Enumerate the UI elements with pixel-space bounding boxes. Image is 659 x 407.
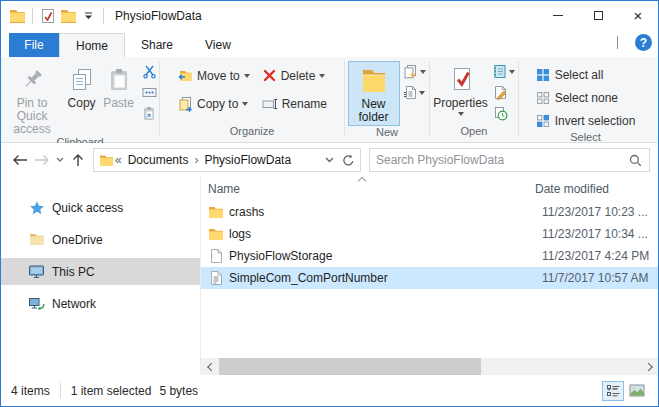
tab-home[interactable]: Home	[59, 33, 125, 57]
status-divider	[60, 383, 61, 398]
details-view-icon	[606, 384, 621, 397]
dropdown-caret-icon	[509, 70, 515, 74]
ribbon-tabs: File Home Share View ?	[1, 30, 658, 57]
up-button[interactable]	[67, 148, 89, 172]
copy-to-label: Copy to	[197, 97, 238, 111]
customize-qat-caret[interactable]	[78, 5, 98, 27]
ribbon-group-new: New folder New	[345, 57, 429, 142]
qat-separator	[32, 8, 33, 24]
scroll-right-arrow[interactable]	[641, 358, 658, 375]
file-name: crashs	[229, 205, 542, 219]
pin-icon	[18, 63, 46, 97]
address-dropdown-icon[interactable]	[325, 157, 334, 163]
titlebar: PhysioFlowData ×	[1, 1, 658, 30]
qat-separator	[103, 8, 104, 24]
group-label-new: New	[345, 126, 429, 142]
file-row[interactable]: PhysioFlowStorage11/23/2017 4:24 PM	[201, 245, 658, 267]
search-icon[interactable]	[622, 154, 649, 167]
select-none-label: Select none	[555, 91, 618, 105]
pin-to-quick-access-button[interactable]: Pin to Quick access	[1, 60, 63, 136]
file-date-modified: 11/23/2017 10:23 ...	[542, 205, 648, 219]
pin-label: Pin to Quick access	[4, 97, 60, 136]
delete-icon	[262, 68, 277, 83]
back-button[interactable]	[9, 148, 31, 172]
cut-button[interactable]	[139, 62, 159, 81]
tab-file[interactable]: File	[9, 33, 59, 57]
sidebar-item-quick-access[interactable]: Quick access	[1, 194, 200, 221]
dropdown-caret-icon	[420, 70, 426, 74]
scrollbar-thumb[interactable]	[219, 358, 481, 375]
close-button[interactable]: ×	[618, 1, 658, 30]
column-header-date-modified[interactable]: Date modified	[535, 182, 609, 196]
paste-shortcut-icon	[142, 106, 156, 121]
edit-icon	[493, 85, 508, 100]
select-all-button[interactable]: Select all	[536, 65, 636, 85]
new-folder-button[interactable]: New folder	[348, 61, 400, 126]
maximize-button[interactable]	[578, 1, 618, 30]
ribbon-group-open: Properties Open	[430, 57, 518, 142]
close-icon: ×	[634, 8, 643, 23]
navigation-pane: Quick accessOneDriveThis PCNetwork	[1, 177, 201, 375]
rename-button[interactable]: Rename	[259, 92, 330, 115]
dropdown-caret-icon	[319, 74, 325, 78]
move-to-button[interactable]: Move to	[174, 64, 253, 87]
chevron-left-icon	[207, 362, 215, 370]
delete-button[interactable]: Delete	[259, 64, 330, 87]
invert-selection-button[interactable]: Invert selection	[536, 111, 636, 131]
help-button[interactable]: ?	[635, 34, 652, 51]
properties-label: Properties	[433, 97, 488, 110]
tab-share[interactable]: Share	[125, 33, 189, 57]
tab-view[interactable]: View	[189, 33, 247, 57]
crumb-overflow[interactable]: «	[114, 153, 123, 167]
details-view-button[interactable]	[602, 381, 624, 401]
select-none-button[interactable]: Select none	[536, 88, 636, 108]
copy-to-button[interactable]: Copy to	[174, 92, 253, 115]
edit-button[interactable]	[491, 83, 511, 102]
scroll-left-arrow[interactable]	[201, 358, 218, 375]
forward-arrow-icon	[34, 154, 50, 166]
breadcrumb-physioflowdata[interactable]: PhysioFlowData	[199, 153, 296, 167]
star-icon	[28, 200, 45, 216]
properties-button[interactable]: Properties	[433, 60, 489, 125]
selection-size: 5 bytes	[159, 384, 198, 398]
paste-shortcut-button[interactable]	[139, 104, 159, 123]
sidebar-item-network[interactable]: Network	[1, 290, 200, 317]
collapse-ribbon-button[interactable]	[609, 37, 625, 49]
network-icon	[28, 296, 45, 312]
file-name: PhysioFlowStorage	[229, 249, 542, 263]
address-box[interactable]: « Documents › PhysioFlowData	[93, 148, 361, 172]
easy-access-icon	[403, 85, 417, 100]
rename-icon	[262, 97, 278, 111]
copy-button[interactable]: Copy	[63, 60, 100, 136]
chevron-down-icon	[56, 157, 64, 163]
new-item-button[interactable]	[402, 62, 427, 81]
select-all-label: Select all	[555, 68, 604, 82]
easy-access-button[interactable]	[402, 83, 427, 102]
minimize-button[interactable]	[538, 1, 578, 30]
sidebar-item-onedrive[interactable]: OneDrive	[1, 226, 200, 253]
move-to-label: Move to	[197, 69, 240, 83]
file-row[interactable]: SimpleCom_ComPortNumber11/7/2017 10:57 A…	[201, 267, 658, 289]
file-row[interactable]: logs11/23/2017 10:34 ...	[201, 223, 658, 245]
paste-label: Paste	[103, 97, 134, 110]
open-button[interactable]	[491, 62, 516, 81]
properties-qat-icon[interactable]	[38, 5, 58, 27]
file-row[interactable]: crashs11/23/2017 10:23 ...	[201, 201, 658, 223]
chevron-up-icon	[617, 36, 618, 49]
folder-icon	[208, 204, 224, 220]
history-button[interactable]	[491, 104, 511, 123]
search-input[interactable]	[370, 153, 622, 167]
forward-button[interactable]	[31, 148, 53, 172]
dropdown-caret-icon	[458, 112, 464, 116]
column-header-name[interactable]: Name	[201, 182, 535, 196]
paste-button[interactable]: Paste	[100, 60, 137, 136]
dropdown-caret-icon	[419, 91, 425, 95]
new-folder-qat-icon[interactable]	[58, 5, 78, 27]
horizontal-scrollbar[interactable]	[201, 358, 658, 375]
large-icons-view-button[interactable]	[626, 381, 648, 401]
sidebar-item-this-pc[interactable]: This PC	[1, 258, 200, 285]
breadcrumb-documents[interactable]: Documents	[123, 153, 194, 167]
copy-path-button[interactable]	[139, 83, 159, 102]
refresh-icon[interactable]	[342, 154, 355, 167]
recent-locations-button[interactable]	[53, 148, 67, 172]
